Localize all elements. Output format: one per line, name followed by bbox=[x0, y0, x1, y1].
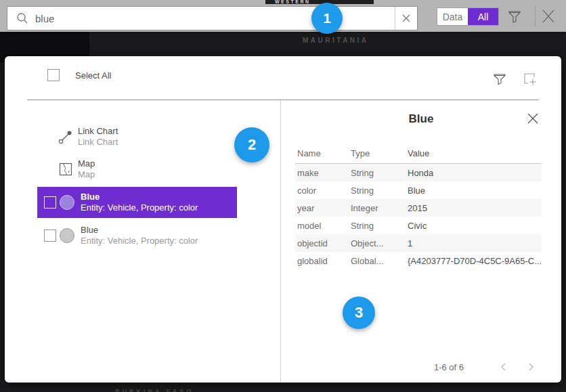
cell-value: {A4203777-D70D-4C5C-9A65-C... bbox=[408, 256, 542, 266]
table-row: year Integer 2015 bbox=[295, 199, 542, 217]
data-all-toggle: Data All bbox=[437, 7, 499, 26]
table-row: objectid Object... 1 bbox=[295, 234, 542, 252]
column-header-name: Name bbox=[295, 148, 351, 158]
item-subtitle: Entity: Vehicle, Property: color bbox=[81, 202, 198, 213]
filter-results-button[interactable] bbox=[492, 71, 507, 86]
column-header-type: Type bbox=[351, 148, 408, 158]
cell-type: String bbox=[351, 168, 408, 178]
item-title: Link Chart bbox=[78, 126, 118, 137]
entity-circle-icon bbox=[60, 195, 74, 210]
cell-type: Global... bbox=[351, 256, 408, 266]
cell-type: Object... bbox=[351, 238, 408, 248]
select-all-label: Select All bbox=[75, 70, 111, 81]
next-page-button[interactable] bbox=[525, 361, 537, 373]
table-row: color String Blue bbox=[295, 181, 542, 199]
clear-search-button[interactable] bbox=[395, 7, 417, 30]
search-icon bbox=[16, 12, 28, 24]
list-item-blue[interactable]: Blue Entity: Vehicle, Property: color bbox=[37, 220, 237, 251]
item-title: Blue bbox=[81, 225, 198, 236]
toolbar-divider bbox=[535, 5, 536, 26]
cell-type: Integer bbox=[351, 203, 408, 213]
search-results-dialog: Select All Link Char bbox=[5, 56, 561, 383]
item-checkbox[interactable] bbox=[44, 230, 56, 242]
chevron-right-icon bbox=[525, 361, 537, 373]
cell-name: make bbox=[295, 168, 351, 178]
header-actions bbox=[492, 71, 537, 86]
results-body: Link Chart Link Chart Map Map bbox=[5, 100, 561, 383]
item-subtitle: Link Chart bbox=[78, 137, 118, 148]
funnel-icon bbox=[507, 9, 522, 23]
cell-value: 1 bbox=[408, 238, 542, 248]
cell-name: model bbox=[295, 221, 351, 231]
select-all-checkbox[interactable] bbox=[47, 69, 60, 81]
map-peek-strip: WESTERN bbox=[265, 0, 374, 4]
annotation-badge-2: 2 bbox=[234, 127, 269, 162]
cell-name: color bbox=[295, 186, 351, 196]
annotation-badge-3: 3 bbox=[343, 297, 375, 329]
cell-value: 2015 bbox=[408, 203, 542, 213]
toggle-all-segment[interactable]: All bbox=[468, 8, 498, 25]
table-row: model String Civic bbox=[295, 217, 542, 234]
details-title: Blue bbox=[281, 112, 561, 126]
list-item-map[interactable]: Map Map bbox=[37, 154, 237, 184]
item-title: Blue bbox=[81, 192, 198, 202]
cell-name: year bbox=[295, 203, 351, 213]
annotation-badge-1: 1 bbox=[311, 3, 343, 34]
cell-value: Honda bbox=[408, 168, 542, 178]
cell-value: Blue bbox=[408, 186, 542, 196]
map-label-western: WESTERN bbox=[275, 0, 311, 4]
results-header: Select All bbox=[5, 56, 561, 100]
item-title: Map bbox=[78, 158, 95, 169]
list-item-link-chart[interactable]: Link Chart Link Chart bbox=[37, 122, 237, 152]
search-box bbox=[7, 6, 418, 30]
pagination: 1-6 of 6 bbox=[434, 361, 537, 373]
map-label-bottom: BURKINA FASO bbox=[115, 388, 194, 392]
cell-type: String bbox=[351, 186, 408, 196]
chevron-left-icon bbox=[498, 361, 510, 373]
table-row: make String Honda bbox=[295, 164, 542, 181]
cell-name: objectid bbox=[295, 238, 351, 248]
column-header-value: Value bbox=[408, 148, 542, 158]
funnel-icon bbox=[492, 71, 507, 86]
attributes-table: Name Type Value make String Honda color … bbox=[295, 144, 542, 269]
item-subtitle: Entity: Vehicle, Property: color bbox=[81, 236, 198, 246]
list-item-blue-selected[interactable]: Blue Entity: Vehicle, Property: color bbox=[37, 187, 237, 218]
pagination-label: 1-6 of 6 bbox=[434, 362, 464, 372]
close-icon bbox=[401, 14, 411, 23]
map-icon bbox=[58, 161, 74, 177]
select-all: Select All bbox=[47, 69, 111, 81]
details-panel: Blue Name Type Value make String Honda bbox=[280, 100, 561, 383]
close-details-button[interactable] bbox=[527, 112, 539, 125]
filter-button[interactable] bbox=[507, 9, 522, 23]
table-row: globalid Global... {A4203777-D70D-4C5C-9… bbox=[295, 252, 542, 269]
cell-name: globalid bbox=[295, 256, 351, 266]
close-icon bbox=[541, 9, 556, 23]
cell-type: String bbox=[351, 221, 408, 231]
add-selection-icon bbox=[522, 71, 537, 86]
item-subtitle: Map bbox=[78, 169, 95, 180]
add-to-selection-button[interactable] bbox=[522, 71, 537, 86]
cell-value: Civic bbox=[408, 221, 542, 231]
table-header: Name Type Value bbox=[295, 144, 542, 164]
link-chart-icon bbox=[58, 129, 74, 145]
toggle-data-segment[interactable]: Data bbox=[437, 8, 468, 25]
map-label-mauritania: MAURITANIA bbox=[303, 37, 369, 44]
close-search-button[interactable] bbox=[541, 9, 557, 23]
entity-circle-icon bbox=[60, 228, 74, 243]
close-icon bbox=[527, 112, 539, 125]
item-checkbox[interactable] bbox=[44, 196, 56, 209]
search-toolbar: Data All bbox=[0, 0, 566, 32]
prev-page-button[interactable] bbox=[498, 361, 510, 373]
screen: MAURITANIA BURKINA FASO Data All WESTERN bbox=[0, 0, 566, 392]
